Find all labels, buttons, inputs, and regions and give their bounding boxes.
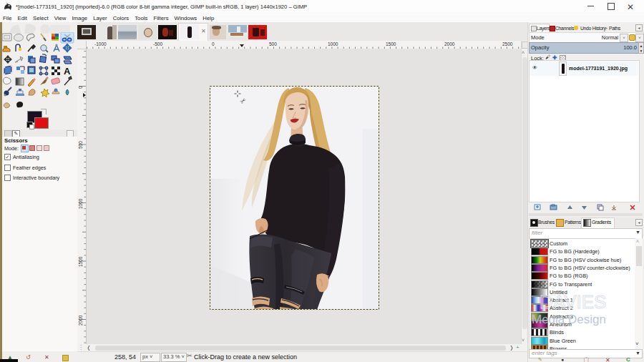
svg-text:1500: 1500 [78,256,83,267]
svg-text:1000: 1000 [78,198,83,209]
svg-text:500: 500 [269,41,277,47]
svg-text:0: 0 [78,86,83,89]
svg-text:2000: 2000 [78,315,83,326]
svg-text:-500: -500 [153,41,162,47]
svg-text:2500: 2500 [502,41,513,47]
svg-text:1000: 1000 [328,41,338,47]
svg-text:0: 0 [212,41,215,47]
svg-text:1500: 1500 [386,41,396,47]
svg-text:-1000: -1000 [94,41,107,47]
svg-text:A: A [64,66,71,77]
svg-text:✂: ✂ [238,96,248,106]
svg-text:500: 500 [78,141,83,149]
svg-text:2000: 2000 [444,41,455,47]
